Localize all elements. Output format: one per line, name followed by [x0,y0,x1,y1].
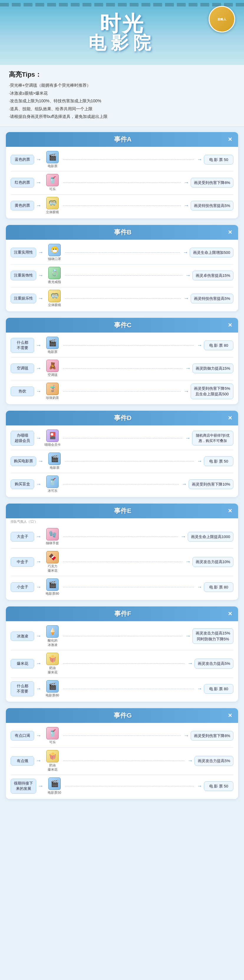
reward-box-D-0: 随机商店中获得7折优 惠，购买不可叠加 [192,431,233,445]
tips-line: ·冰激凌≥眼镜>爆米花 [9,89,235,97]
arrow2-E-0: → [181,534,186,540]
event-header-B: 事件B ✕ [6,225,238,240]
item-icon-G-2: 🎬 [48,778,61,790]
tips-line: ·道具、技能、组队效果、给养共用同一个上限 [9,105,235,113]
event-row-F-2: 什么都 不需要→🎬电影票80→电 影 票 80 [11,680,233,698]
item-icon-B-2: 🥽 [48,290,61,302]
choice-box-A-2: 黄色的票 [11,201,34,210]
arrow1-C-2: → [36,388,41,395]
arrow2-D-2: → [182,481,187,487]
choice-box-D-0: 办喵喵 超级会员 [11,431,34,445]
tips-line: ·请根据自身画灵所带buff选择道具，避免加成超出上限 [9,113,235,121]
item-label-D-0: 喵喵会员卡 [44,442,61,447]
reward-box-F-0: 画灵攻击力提高15% 同时防御力下降5% [192,628,233,644]
arrow2-F-1: → [187,660,193,667]
event-close-D[interactable]: ✕ [228,415,232,421]
choice-box-E-1: 中盒子 [11,557,34,566]
reward-box-F-1: 画灵攻击力提高5% [195,659,233,669]
header-title-line2: 电影院 [89,34,155,52]
item-label-C-0: 电影票 [48,350,57,354]
arrow1-B-2: → [38,296,43,302]
event-header-F: 事件F ✕ [6,606,238,621]
item-box-B-2: 🥽立体眼镜 [45,290,64,307]
arrow2-G-1: → [187,758,193,764]
reward-box-C-0: 电 影 票 80 [204,340,233,350]
reward-box-F-2: 电 影 票 80 [204,684,233,694]
choice-box-D-2: 购买盲盒 [11,479,34,489]
event-row-E-1: 中盒子→🍫巧克力 爆米花→画灵攻击力提高10% [11,551,233,573]
choice-box-E-0: 大盒子 [11,532,34,541]
item-box-E-2: 🎬电影票80 [43,578,62,596]
choice-box-E-2: 小盒子 [11,582,34,592]
reward-box-B-1: 画灵卓伤害提高15% [192,270,233,281]
item-box-E-0: 🧤猫咪手套 [43,528,62,546]
dashed-line-E-1 [63,562,182,562]
arrow1-A-1: → [36,180,41,186]
arrow2-A-2: → [184,202,189,209]
tips-title: 高亮Tips： [9,70,235,79]
tips-line: ·攻击加成上限为100%、特技伤害加成上限为100% [9,97,235,105]
event-title-C: 事件C [18,321,228,329]
item-icon-B-1: 💍 [48,267,61,279]
item-icon-A-2: 🥽 [46,197,59,209]
item-box-E-1: 🍫巧克力 爆米花 [43,551,62,573]
item-label-B-2: 立体眼镜 [48,303,61,307]
reward-box-E-2: 电 影 票 80 [204,582,233,592]
event-row-G-0: 有点口渴→🥤可乐→画灵受到伤害下降8% [11,727,233,745]
item-box-F-0: 🍦酸化的 冰激凌 [43,625,62,647]
event-row-A-1: 红色的票→🥤可乐→画灵受到伤害下降8% [11,174,233,191]
item-label-G-1: 奶油 爆米花 [48,763,57,772]
event-close-C[interactable]: ✕ [228,322,232,328]
dashed-line-G-2 [65,786,194,786]
item-icon-C-1: 🧸 [46,360,59,372]
event-row-B-0: 注重实用性→😷猫咪口罩→画灵生命上限增加500 [11,244,233,261]
arrow2-G-0: → [184,733,189,739]
arrow1-E-1: → [36,559,41,565]
event-row-G-1: 有点饿→🍿奶油 爆米花→画灵攻击力提高5% [11,750,233,772]
dashed-line-E-2 [63,587,194,587]
event-row-C-1: 空调毯→🧸空调毯→画灵防御力提高15% [11,360,233,377]
arrow2-D-1: → [197,458,202,465]
header-title-line1: 时光 [89,13,155,34]
event-row-D-2: 购买盲盒→🥤冰可乐→画灵受到伤害下降10% [11,476,233,493]
item-label-G-0: 可乐 [49,740,56,745]
arrow1-B-1: → [38,272,43,278]
item-box-G-0: 🥤可乐 [43,727,62,745]
event-close-B[interactable]: ✕ [228,229,232,235]
arrow1-A-2: → [36,202,41,209]
event-close-E[interactable]: ✕ [228,508,232,514]
item-label-F-1: 奶油 爆米花 [48,666,57,675]
event-row-D-1: 购买电影票→🎬电影票→电 影 票 50 [11,453,233,470]
item-icon-G-0: 🥤 [46,727,59,740]
dashed-line-B-2 [65,298,181,299]
item-box-B-0: 😷猫咪口罩 [45,244,64,261]
arrow1-F-1: → [36,660,41,667]
event-title-B: 事件B [18,228,228,237]
event-close-F[interactable]: ✕ [228,611,232,617]
arrow2-A-1: → [184,180,189,186]
badge-text: 攻略人 [217,18,226,21]
arrow1-E-0: → [36,534,41,540]
event-card-B: 事件B ✕ 注重实用性→😷猫咪口罩→画灵生命上限增加500注重装饰性→💍夜光戒指… [6,225,238,311]
event-header-C: 事件C ✕ [6,318,238,332]
item-box-C-0: 🎬电影票 [43,337,62,354]
event-close-G[interactable]: ✕ [228,712,232,719]
arrow1-E-2: → [36,584,41,590]
event-card-A: 事件A ✕ 蓝色的票→🎬电影票→电 影 票 50红色的票→🥤可乐→画灵受到伤害下… [6,132,238,218]
item-box-D-1: 🎬电影票 [45,453,64,470]
item-box-F-2: 🎬电影票80 [43,680,62,698]
item-box-B-1: 💍夜光戒指 [45,267,64,284]
dashed-line-G-1 [63,760,184,761]
item-box-G-2: 🎬电影票50 [45,778,64,795]
choice-box-F-0: 冰激凌 [11,632,34,641]
event-close-A[interactable]: ✕ [228,136,232,143]
item-label-D-1: 电影票 [50,466,60,470]
events-section: 事件A ✕ 蓝色的票→🎬电影票→电 影 票 50红色的票→🥤可乐→画灵受到伤害下… [0,127,244,811]
arrow1-G-1: → [36,758,41,764]
arrow2-E-1: → [185,559,191,565]
tips-section: 高亮Tips： ·荧光棒+空调毯（能拥有多个荧光棒时推荐）·冰激凌≥眼镜>爆米花… [0,65,244,127]
arrow1-D-2: → [36,481,41,487]
arrow2-C-2: → [184,388,189,395]
dashed-line-E-0 [63,536,178,537]
event-row-G-2: 很期待接下 来的发展→🎬电影票50→电 影 票 50 [11,778,233,795]
